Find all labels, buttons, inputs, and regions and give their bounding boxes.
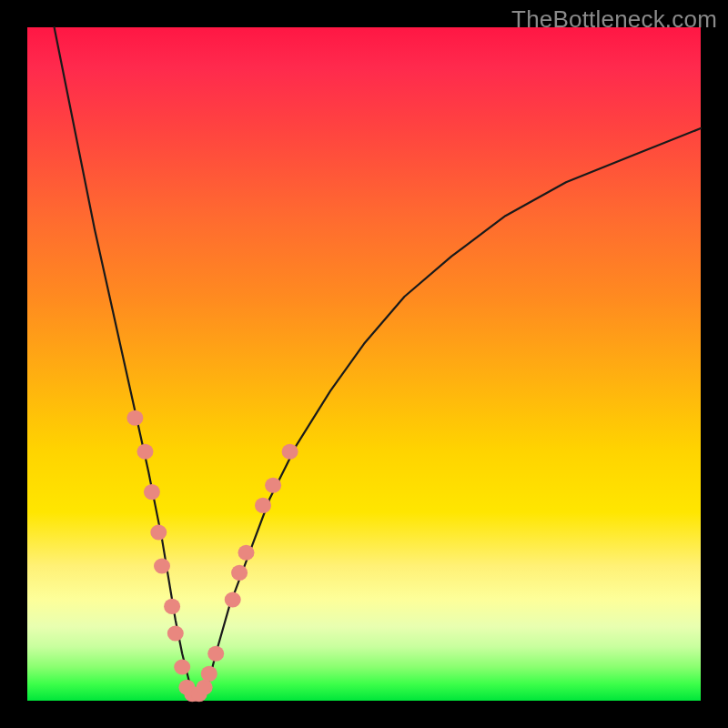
chart-frame: TheBottleneck.com [0, 0, 728, 728]
curve-marker [126, 410, 143, 426]
curve-marker [164, 599, 180, 614]
curve-marker [255, 498, 271, 513]
curve-marker [197, 680, 213, 695]
curve-marker [174, 659, 190, 674]
curve-marker [137, 444, 154, 460]
curve-marker [150, 524, 167, 540]
bottleneck-curve [55, 27, 701, 694]
curve-markers [126, 410, 298, 702]
plot-area [27, 27, 701, 701]
curve-marker [144, 484, 160, 500]
curve-marker [225, 592, 241, 607]
curve-marker [201, 666, 217, 682]
watermark-text: TheBottleneck.com [511, 5, 717, 34]
curve-marker [265, 478, 281, 493]
curve-marker [238, 545, 255, 561]
curve-marker [167, 625, 184, 641]
curve-marker [282, 444, 298, 460]
curve-layer [27, 27, 701, 701]
curve-marker [154, 558, 170, 573]
curve-marker [207, 646, 224, 662]
curve-marker [231, 565, 248, 581]
